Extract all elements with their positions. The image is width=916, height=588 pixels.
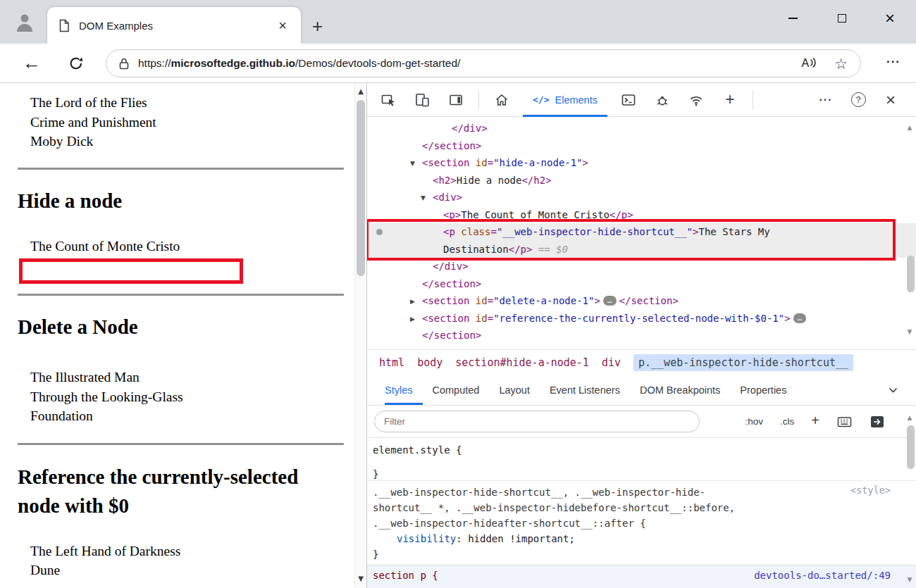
browser-tab[interactable]: DOM Examples × <box>47 7 301 44</box>
book-list-reference: The Left Hand of DarknessDune <box>18 542 346 580</box>
rule-selector-line: .__web-inspector-hide-shortcut__, .__web… <box>373 484 810 500</box>
chevron-down-icon[interactable] <box>889 387 898 394</box>
read-aloud-button[interactable]: A <box>802 57 817 70</box>
book-title: The Illustrated Man <box>18 368 346 387</box>
breadcrumb-item[interactable]: p.__web-inspector-hide-shortcut__ <box>633 354 853 371</box>
tab-close-icon[interactable]: × <box>276 17 290 34</box>
dom-tree-node[interactable]: <p class="__web-inspector-hide-shortcut_… <box>367 223 916 241</box>
dom-tree-node[interactable]: ▶<section id="reference-the-currently-se… <box>367 310 916 327</box>
dom-segment-val: "hide-a-node-1" <box>493 157 582 168</box>
elements-tab-label: Elements <box>555 94 597 106</box>
styles-filter-input[interactable] <box>374 411 700 432</box>
dom-tree-node[interactable]: Destination</p> == $0 <box>367 241 916 258</box>
next-rule-selector[interactable]: section p { <box>373 570 438 581</box>
profile-avatar[interactable] <box>8 6 41 39</box>
home-button[interactable] <box>489 85 514 115</box>
panel-tab-layout[interactable]: Layout <box>489 375 540 405</box>
scroll-down-icon[interactable]: ▼ <box>905 576 914 583</box>
dom-segment-text: Hide a node <box>457 175 522 186</box>
devtools-more-button[interactable]: ··· <box>813 85 838 115</box>
tab-elements[interactable]: </> Elements <box>523 83 607 117</box>
breadcrumb-item[interactable]: html <box>379 356 404 369</box>
toggle-element-classes-button[interactable]: .cls <box>780 416 794 427</box>
device-emulation-button[interactable] <box>409 85 435 115</box>
book-title: The Lord of the Flies <box>18 93 346 113</box>
network-conditions-button[interactable] <box>683 85 709 115</box>
next-rule-row: section p { devtools-do…started/:49 <box>367 565 916 588</box>
dock-side-button[interactable] <box>443 85 469 115</box>
rule-source-link[interactable]: <style> <box>850 484 891 496</box>
breadcrumb-item[interactable]: section#hide-a-node-1 <box>455 356 589 369</box>
toggle-hover-state-button[interactable]: :hov <box>745 416 764 427</box>
refresh-button[interactable] <box>68 55 85 72</box>
panel-tab-computed[interactable]: Computed <box>423 375 490 405</box>
dom-tree-node[interactable]: ▶<section id="delete-a-node-1">…</sectio… <box>367 292 916 310</box>
expand-arrow-open-icon[interactable]: ▼ <box>421 189 426 207</box>
maximize-button[interactable] <box>831 8 853 28</box>
url-scheme: https:// <box>138 57 171 69</box>
console-button[interactable] <box>616 85 641 115</box>
dom-tree-lines: </div></section>▼<section id="hide-a-nod… <box>367 120 916 344</box>
expand-arrow-open-icon[interactable]: ▼ <box>410 155 415 173</box>
dom-tree-node[interactable]: ▼<div> <box>367 189 916 206</box>
css-property-value: : hidden !important; <box>456 533 575 544</box>
section-heading-hide: Hide a node <box>18 187 346 215</box>
back-button[interactable]: ← <box>23 52 41 74</box>
scrollbar-thumb[interactable] <box>357 100 365 276</box>
devtools-help-button[interactable]: ? <box>846 85 871 115</box>
favorites-star-icon[interactable]: ☆ <box>834 56 848 71</box>
dom-tree-node[interactable]: ▼<section id="hide-a-node-1"> <box>367 154 916 172</box>
panel-tab-dom-breakpoints[interactable]: DOM Breakpoints <box>630 375 730 405</box>
dom-tree-node[interactable]: </div> <box>367 258 916 275</box>
dom-tree-node[interactable]: <h2>Hide a node</h2> <box>367 172 916 189</box>
panel-tab-event-listeners[interactable]: Event Listeners <box>540 375 630 405</box>
breadcrumb-item[interactable]: body <box>417 356 442 369</box>
dom-segment-val: "delete-a-node-1" <box>493 295 594 306</box>
book-title: Crime and Punishment <box>18 113 346 132</box>
expand-arrow-closed-icon[interactable]: ▶ <box>410 293 415 311</box>
toolbar-divider <box>478 91 479 109</box>
new-style-rule-button[interactable]: + <box>811 413 819 429</box>
grid-icon[interactable] <box>836 414 853 430</box>
close-window-button[interactable]: × <box>879 8 900 28</box>
expand-arrow-closed-icon[interactable]: ▶ <box>410 311 415 328</box>
open-styles-sidebar-icon[interactable] <box>869 414 885 430</box>
scroll-down-icon[interactable]: ▼ <box>355 575 366 582</box>
inspect-element-button[interactable] <box>376 85 401 115</box>
next-rule-source-link[interactable]: devtools-do…started/:49 <box>754 570 891 581</box>
scroll-up-icon[interactable]: ▲ <box>905 124 914 131</box>
dom-tree-node[interactable]: </div> <box>367 120 916 137</box>
dom-tree-node[interactable]: </section> <box>367 275 916 293</box>
page-scrollbar[interactable]: ▲ ▼ <box>354 83 366 588</box>
scrollbar-thumb[interactable] <box>907 256 915 292</box>
new-tab-button[interactable]: + <box>312 15 323 37</box>
inline-style-rule[interactable]: element.style { <box>373 442 462 458</box>
dom-tree-node[interactable]: </section> <box>367 137 916 155</box>
address-bar[interactable]: https://microsoftedge.github.io/Demos/de… <box>106 49 861 77</box>
dom-tree-node[interactable]: <p>The Count of Monte Cristo</p> <box>367 206 916 224</box>
person-icon <box>14 11 35 34</box>
scroll-up-icon[interactable]: ▲ <box>355 87 366 95</box>
dom-segment-tag: = <box>490 226 496 237</box>
scroll-up-icon[interactable]: ▲ <box>905 414 914 421</box>
breadcrumb-item[interactable]: div <box>602 356 621 369</box>
dom-tree-node[interactable]: </section> <box>367 327 916 344</box>
dom-segment-attr: id <box>469 295 487 306</box>
panel-tab-properties[interactable]: Properties <box>730 375 796 405</box>
separator <box>18 168 344 170</box>
more-tools-plus-button[interactable]: + <box>717 85 743 115</box>
scroll-down-icon[interactable]: ▼ <box>905 328 914 335</box>
minimize-button[interactable] <box>782 8 803 28</box>
scrollbar-thumb[interactable] <box>907 425 915 469</box>
dom-tree: </div></section>▼<section id="hide-a-nod… <box>367 117 916 349</box>
dom-segment-tag: <h2> <box>433 175 457 186</box>
dom-segment-tag: </div> <box>452 123 488 134</box>
bug-debug-button[interactable] <box>650 85 675 115</box>
url-text[interactable]: https://microsoftedge.github.io/Demos/de… <box>138 57 793 70</box>
css-declaration[interactable]: visibility: hidden !important; <box>397 531 575 546</box>
panel-tab-styles[interactable]: Styles <box>385 375 423 405</box>
settings-more-button[interactable]: ··· <box>886 55 900 69</box>
devtools-toolbar: </> Elements + ··· ? × <box>367 83 916 117</box>
devtools-close-button[interactable]: × <box>878 85 903 115</box>
dom-segment-tag: <div> <box>433 192 462 203</box>
